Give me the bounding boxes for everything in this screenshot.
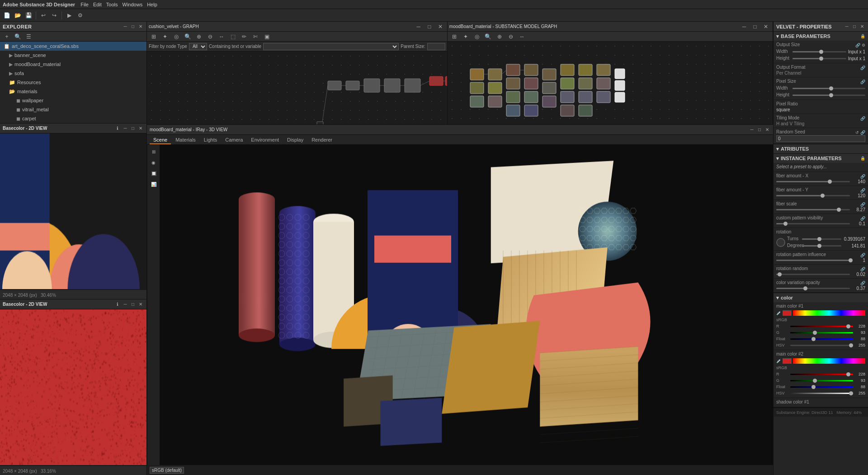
- filter-type-select[interactable]: All: [189, 43, 207, 50]
- tab-lights[interactable]: Lights: [200, 136, 221, 144]
- mb3[interactable]: ◎: [472, 32, 482, 42]
- fax-link[interactable]: 🔗: [860, 174, 865, 179]
- v3d-ctrl-3[interactable]: ✕: [764, 127, 770, 133]
- toolbar-undo[interactable]: ↩: [38, 10, 48, 20]
- ct4[interactable]: 🔍: [183, 32, 193, 42]
- instance-params-header[interactable]: ▾ INSTANCE PARAMETERS 🔒: [774, 154, 868, 163]
- v3d-ctrl-1[interactable]: ─: [749, 127, 755, 133]
- inst-lock-icon[interactable]: 🔒: [860, 156, 865, 161]
- tree-item-vitrail[interactable]: ◼ vitrail_metal: [0, 105, 146, 114]
- parent-size-input[interactable]: [427, 43, 445, 50]
- ct3[interactable]: ◎: [171, 32, 181, 42]
- mb7[interactable]: ↔: [517, 32, 527, 42]
- cp-link[interactable]: 🔗: [860, 216, 865, 221]
- output-format-icon[interactable]: 🔗: [860, 66, 865, 70]
- ct11[interactable]: ▣: [262, 32, 272, 42]
- explorer-ctrl-1[interactable]: ─: [122, 24, 128, 30]
- fs-link[interactable]: 🔗: [860, 202, 865, 207]
- output-size-options[interactable]: ⚙: [862, 43, 865, 48]
- fiber-amount-y-slider[interactable]: [776, 195, 850, 196]
- base-params-header[interactable]: ▾ BASE PARAMETERS 🔒: [774, 32, 868, 41]
- prop-ctrl-2[interactable]: □: [851, 24, 858, 30]
- moodboard-graph-canvas[interactable]: [448, 42, 773, 124]
- tree-item-sofa[interactable]: ▶ sofa: [0, 69, 146, 78]
- toolbar-save[interactable]: 💾: [24, 10, 33, 20]
- toolbar-play[interactable]: ▶: [64, 10, 74, 20]
- view3d-canvas[interactable]: [160, 145, 773, 465]
- width-slider[interactable]: [793, 51, 846, 52]
- tree-root-file[interactable]: 📋 art_deco_scene_coralSea.sbs: [0, 42, 146, 51]
- tree-item-moodboard[interactable]: ▶ moodBoard_material: [0, 60, 146, 69]
- turns-slider[interactable]: [802, 238, 841, 240]
- tab-materials[interactable]: Materials: [172, 136, 199, 144]
- mb5[interactable]: ⊕: [495, 32, 505, 42]
- color-var-slider[interactable]: [776, 288, 850, 289]
- degrees-slider[interactable]: [802, 245, 841, 247]
- mc1-a-slider[interactable]: [790, 345, 853, 346]
- mc1-eyedropper[interactable]: 💉: [776, 311, 781, 315]
- mc1-gradient[interactable]: [793, 310, 865, 316]
- mb4[interactable]: 🔍: [483, 32, 493, 42]
- tab-renderer[interactable]: Renderer: [308, 136, 336, 144]
- ct6[interactable]: ⊖: [205, 32, 215, 42]
- toolbar-new[interactable]: 📄: [2, 10, 12, 20]
- link-icon[interactable]: 🔗: [855, 43, 860, 48]
- ct1[interactable]: ⊞: [149, 32, 159, 42]
- view-bottom-close[interactable]: ✕: [137, 301, 144, 308]
- color-profile-btn[interactable]: sRGB (default): [150, 467, 184, 474]
- toolbar-redo[interactable]: ↪: [49, 10, 59, 20]
- ct9[interactable]: ✏: [239, 32, 249, 42]
- v3d-sb-1[interactable]: ⊞: [149, 147, 159, 157]
- mc1-b-slider[interactable]: [790, 338, 853, 340]
- cushion-tb-2[interactable]: □: [425, 22, 434, 32]
- fay-link[interactable]: 🔗: [860, 188, 865, 193]
- px-height-slider[interactable]: [793, 95, 865, 96]
- explorer-ctrl-3[interactable]: ✕: [137, 24, 144, 30]
- tree-item-wallpaper[interactable]: ◼ wallpaper: [0, 96, 146, 105]
- mb-tb-3[interactable]: ✕: [761, 22, 771, 32]
- ct8[interactable]: ⬚: [228, 32, 238, 42]
- mb2[interactable]: ✦: [461, 32, 471, 42]
- mc2-r-slider[interactable]: [790, 374, 853, 375]
- random-link[interactable]: 🔗: [860, 130, 865, 135]
- lock-icon[interactable]: 🔒: [860, 34, 865, 38]
- fiber-amount-x-slider[interactable]: [776, 181, 850, 182]
- mc1-g-slider[interactable]: [790, 332, 853, 333]
- rot-pattern-slider[interactable]: [776, 260, 850, 261]
- tiling-icon[interactable]: 🔗: [860, 116, 865, 121]
- mc1-r-slider[interactable]: [790, 326, 853, 327]
- menu-edit[interactable]: Edit: [93, 2, 102, 7]
- mc2-eyedropper[interactable]: 💉: [776, 359, 781, 363]
- tab-display[interactable]: Display: [283, 136, 307, 144]
- random-icon[interactable]: ↺: [855, 130, 859, 135]
- tree-item-carpet[interactable]: ◼ carpet: [0, 114, 146, 123]
- mb-tb-1[interactable]: ─: [739, 22, 749, 32]
- mb6[interactable]: ⊖: [506, 32, 516, 42]
- random-seed-input[interactable]: [776, 135, 865, 142]
- tree-item-resources[interactable]: 📁 Resources: [0, 78, 146, 87]
- fiber-scale-slider[interactable]: [776, 209, 850, 210]
- tree-item-banner[interactable]: ▶ banner_scene: [0, 51, 146, 60]
- v3d-sb-2[interactable]: ◉: [149, 157, 159, 167]
- explorer-search[interactable]: 🔍: [13, 32, 23, 42]
- containing-select[interactable]: [263, 43, 399, 50]
- ct2[interactable]: ✦: [160, 32, 170, 42]
- rotation-dial[interactable]: [776, 238, 785, 247]
- ct5[interactable]: ⊕: [194, 32, 204, 42]
- ct7[interactable]: ↔: [217, 32, 226, 42]
- toolbar-settings[interactable]: ⚙: [75, 10, 85, 20]
- tab-camera[interactable]: Camera: [222, 136, 246, 144]
- px-width-slider[interactable]: [793, 88, 865, 89]
- tab-environment[interactable]: Environment: [247, 136, 283, 144]
- menu-windows[interactable]: Windows: [123, 2, 143, 7]
- mc2-b-slider[interactable]: [790, 386, 853, 388]
- cv-link[interactable]: 🔗: [860, 281, 865, 285]
- color-section-header[interactable]: ▾ color: [774, 293, 868, 302]
- mb-tb-2[interactable]: □: [750, 22, 760, 32]
- view-top-min[interactable]: ─: [122, 125, 128, 132]
- prop-ctrl-1[interactable]: ─: [844, 24, 850, 30]
- explorer-add[interactable]: +: [2, 32, 12, 42]
- tab-scene[interactable]: Scene: [150, 136, 171, 144]
- mb1[interactable]: ⊞: [449, 32, 459, 42]
- pixel-size-icon[interactable]: 🔗: [860, 80, 865, 84]
